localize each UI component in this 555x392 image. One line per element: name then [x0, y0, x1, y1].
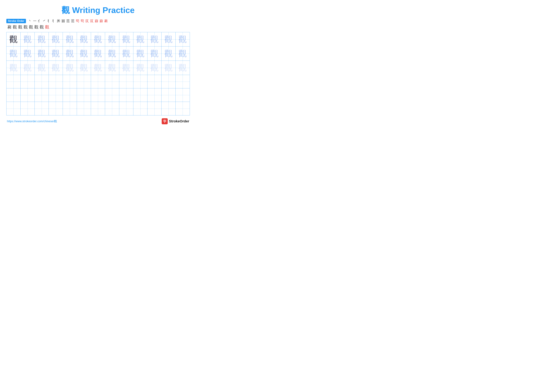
grid-cell[interactable] — [133, 88, 147, 102]
grid-cell[interactable]: 觀 — [105, 46, 119, 61]
grid-cell[interactable]: 觀 — [147, 46, 161, 61]
grid-cell[interactable]: 觀 — [91, 32, 105, 46]
grid-cell[interactable] — [161, 102, 175, 115]
grid-cell[interactable]: 觀 — [7, 46, 21, 61]
grid-cell[interactable]: 觀 — [49, 61, 63, 75]
grid-cell[interactable] — [77, 75, 91, 88]
grid-cell[interactable]: 觀 — [35, 61, 49, 75]
practice-char: 觀 — [80, 48, 88, 59]
grid-cell[interactable] — [35, 75, 49, 88]
grid-cell[interactable]: 觀 — [91, 61, 105, 75]
practice-char: 觀 — [66, 34, 74, 45]
practice-char: 觀 — [37, 48, 46, 59]
grid-cell[interactable] — [119, 88, 133, 102]
grid-cell[interactable] — [21, 75, 35, 88]
grid-cell[interactable] — [133, 102, 147, 115]
practice-char: 觀 — [9, 62, 18, 73]
grid-cell[interactable]: 觀 — [7, 61, 21, 75]
grid-cell[interactable] — [147, 75, 161, 88]
grid-cell[interactable] — [21, 88, 35, 102]
grid-cell[interactable]: 觀 — [119, 32, 133, 46]
grid-cell[interactable]: 觀 — [161, 32, 175, 46]
practice-char: 觀 — [23, 34, 32, 45]
grid-cell[interactable]: 觀 — [7, 32, 21, 46]
grid-cell[interactable] — [161, 75, 175, 88]
grid-cell[interactable] — [49, 75, 63, 88]
grid-cell[interactable]: 觀 — [175, 61, 190, 75]
grid-cell[interactable] — [91, 88, 105, 102]
grid-cell[interactable] — [105, 88, 119, 102]
grid-cell[interactable] — [77, 88, 91, 102]
grid-cell[interactable]: 觀 — [35, 32, 49, 46]
practice-char: 觀 — [23, 62, 32, 73]
practice-char: 觀 — [178, 48, 187, 59]
grid-cell[interactable]: 觀 — [21, 32, 35, 46]
stroke-step: ㇒ — [43, 19, 46, 23]
grid-cell[interactable] — [147, 102, 161, 115]
grid-cell[interactable] — [63, 88, 77, 102]
grid-cell[interactable]: 觀 — [77, 32, 91, 46]
grid-cell[interactable]: 觀 — [35, 46, 49, 61]
grid-cell[interactable] — [175, 102, 190, 115]
grid-cell[interactable] — [91, 102, 105, 115]
grid-cell[interactable] — [63, 102, 77, 115]
grid-cell[interactable]: 觀 — [91, 46, 105, 61]
practice-char: 觀 — [51, 48, 60, 59]
grid-cell[interactable] — [105, 75, 119, 88]
grid-cell[interactable]: 觀 — [119, 61, 133, 75]
grid-cell[interactable]: 觀 — [133, 32, 147, 46]
stroke-step-final: 觀 — [45, 24, 49, 30]
grid-cell[interactable] — [77, 102, 91, 115]
grid-cell[interactable]: 觀 — [133, 46, 147, 61]
stroke-step: 一 — [33, 19, 37, 23]
grid-cell[interactable]: 觀 — [63, 61, 77, 75]
grid-cell[interactable]: 觀 — [21, 61, 35, 75]
grid-cell[interactable] — [147, 88, 161, 102]
practice-char: 觀 — [122, 48, 130, 59]
practice-char: 觀 — [164, 34, 173, 45]
stroke-step: 蕤 — [7, 24, 12, 30]
grid-cell[interactable] — [49, 102, 63, 115]
practice-char: 觀 — [23, 48, 32, 59]
grid-cell[interactable]: 觀 — [77, 61, 91, 75]
grid-cell[interactable] — [91, 75, 105, 88]
grid-cell[interactable] — [161, 88, 175, 102]
grid-cell[interactable] — [175, 75, 190, 88]
grid-cell[interactable] — [49, 88, 63, 102]
grid-cell[interactable] — [119, 102, 133, 115]
grid-cell[interactable] — [35, 88, 49, 102]
grid-cell[interactable]: 觀 — [133, 61, 147, 75]
grid-cell[interactable]: 觀 — [175, 46, 190, 61]
practice-char: 觀 — [51, 62, 60, 73]
grid-cell[interactable]: 觀 — [21, 46, 35, 61]
grid-cell[interactable]: 觀 — [161, 61, 175, 75]
practice-char: 觀 — [164, 48, 173, 59]
grid-row: 觀 觀 觀 觀 觀 觀 觀 觀 觀 觀 觀 觀 觀 — [7, 46, 190, 61]
grid-cell[interactable] — [35, 102, 49, 115]
grid-cell[interactable]: 觀 — [105, 61, 119, 75]
grid-cell[interactable] — [7, 88, 21, 102]
footer-url-link[interactable]: https://www.strokeorder.com/chinese/觀 — [7, 119, 57, 123]
grid-cell[interactable]: 觀 — [49, 32, 63, 46]
grid-cell[interactable]: 觀 — [147, 61, 161, 75]
grid-cell[interactable]: 觀 — [119, 46, 133, 61]
stroke-step: 蕀 — [95, 19, 98, 23]
grid-cell[interactable] — [133, 75, 147, 88]
grid-cell[interactable]: 觀 — [147, 32, 161, 46]
grid-cell[interactable] — [175, 88, 190, 102]
grid-cell[interactable] — [21, 102, 35, 115]
grid-cell[interactable] — [63, 75, 77, 88]
grid-cell[interactable]: 觀 — [49, 46, 63, 61]
practice-char: 觀 — [136, 48, 145, 59]
grid-cell[interactable]: 觀 — [63, 32, 77, 46]
grid-cell[interactable] — [119, 75, 133, 88]
grid-cell[interactable] — [105, 102, 119, 115]
grid-cell[interactable]: 觀 — [105, 32, 119, 46]
grid-cell[interactable]: 觀 — [175, 32, 190, 46]
grid-cell[interactable] — [7, 75, 21, 88]
grid-cell[interactable]: 觀 — [77, 46, 91, 61]
grid-cell[interactable]: 觀 — [63, 46, 77, 61]
grid-cell[interactable] — [7, 102, 21, 115]
stroke-step: 觀 — [40, 24, 44, 30]
grid-cell[interactable]: 觀 — [161, 46, 175, 61]
